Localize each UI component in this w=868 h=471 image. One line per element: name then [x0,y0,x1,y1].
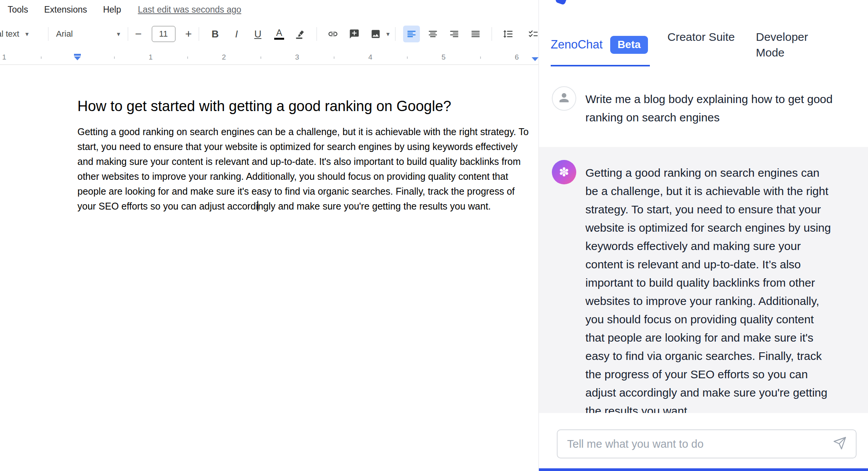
chat-input-container [557,429,857,458]
ruler-tick [334,56,334,59]
textcortex-logo-icon [555,0,567,5]
toolbar-divider [199,27,199,41]
insert-link-button[interactable] [325,26,341,42]
justify-button[interactable] [467,26,484,42]
align-right-icon [449,29,460,39]
text-color-button[interactable]: A [271,26,288,42]
zeno-flower-icon: ✽ [559,165,569,179]
menu-item-extensions[interactable]: Extensions [44,5,87,15]
ruler-number: 2 [222,53,226,61]
document-title[interactable]: How to get started with getting a good r… [77,98,451,115]
ruler-number: 5 [442,53,446,61]
image-icon [370,29,381,39]
beta-badge: Beta [610,36,648,54]
ruler-number: 1 [2,53,6,61]
menu-item-tools[interactable]: Tools [8,5,28,15]
toolbar-divider [128,27,128,41]
link-icon [328,29,338,39]
paragraph-style-label: Normal text [0,29,19,39]
ai-message: Getting a good ranking on search engines… [585,164,833,413]
add-comment-button[interactable] [346,26,363,42]
tab-zenochat[interactable]: ZenoChat Beta [551,36,648,54]
left-indent-marker[interactable] [74,54,81,60]
font-size-increase-button[interactable]: + [184,28,194,40]
ai-response-block: ✽ Getting a good ranking on search engin… [539,147,868,413]
document-body[interactable]: Getting a good ranking on search engines… [77,124,529,214]
italic-button[interactable]: I [228,26,245,42]
zenochat-panel: ZenoChat Beta Creator Suite Developer Mo… [538,0,868,471]
text-color-swatch [274,38,284,40]
paragraph-style-selector[interactable]: Normal text ▾ [0,26,43,42]
checklist-icon [528,29,538,39]
ruler: 1 1 2 3 4 5 6 [0,49,538,65]
highlighter-icon [295,29,306,39]
screen: Tools Extensions Help Last edit was seco… [0,0,868,471]
font-size-value[interactable]: 11 [152,26,175,42]
tab-developer-mode[interactable]: Developer Mode [756,29,825,60]
align-left-button[interactable] [403,26,420,42]
user-message: Write me a blog body explaining how to g… [585,90,845,127]
left-indent-triangle-icon [74,56,81,60]
ruler-tick [480,56,481,59]
menu-item-help[interactable]: Help [103,5,121,15]
ruler-tick [187,56,188,59]
checklist-button[interactable] [525,26,538,42]
first-line-indent-marker[interactable] [74,54,81,56]
ruler-number: 1 [149,53,153,61]
add-comment-icon [349,29,360,39]
user-avatar [552,86,576,111]
active-tab-underline [551,65,650,66]
bold-button[interactable]: B [207,26,223,42]
toolbar-divider [395,27,395,41]
document-page[interactable]: How to get started with getting a good r… [0,65,538,471]
toolbar-divider [492,27,492,41]
ruler-tick [41,56,42,59]
person-icon [557,91,571,106]
justify-icon [470,29,481,39]
toolbar: Normal text ▾ Arial ▾ − 11 + B I U A [0,19,538,49]
line-spacing-button[interactable] [500,26,516,42]
font-family-label: Arial [56,29,73,39]
send-icon [833,436,847,452]
ruler-number: 3 [295,53,299,61]
body-text-before-cursor: Getting a good ranking on search engines… [77,126,529,211]
zeno-avatar: ✽ [552,160,576,184]
line-spacing-icon [503,29,513,39]
body-text-after-cursor: ngly and make sure you're getting the re… [258,201,491,211]
chevron-down-icon: ▾ [25,31,29,37]
ruler-tick [114,56,115,59]
image-dropdown-caret-icon[interactable]: ▾ [386,31,390,37]
toolbar-divider [317,27,317,41]
menubar: Tools Extensions Help Last edit was seco… [0,0,538,19]
chevron-down-icon: ▾ [117,31,120,37]
toolbar-divider [48,27,48,41]
google-docs-area: Tools Extensions Help Last edit was seco… [0,0,538,471]
highlight-color-button[interactable] [292,26,309,42]
last-edit-link[interactable]: Last edit was seconds ago [138,5,241,15]
underline-button[interactable]: U [249,26,266,42]
ruler-tick [407,56,408,59]
font-family-selector[interactable]: Arial ▾ [54,26,122,42]
tab-zenochat-label: ZenoChat [551,38,603,52]
ruler-number: 6 [515,53,519,61]
ruler-tick [260,56,261,59]
font-size-decrease-button[interactable]: − [133,28,143,40]
align-right-button[interactable] [446,26,463,42]
insert-image-button[interactable] [367,26,384,42]
align-center-button[interactable] [424,26,441,42]
align-center-icon [428,29,438,39]
right-indent-marker[interactable] [532,56,538,61]
align-left-icon [406,29,417,39]
ruler-number: 4 [368,53,373,61]
tab-creator-suite[interactable]: Creator Suite [667,29,736,45]
send-button[interactable] [832,436,847,452]
right-indent-triangle-icon [532,57,538,61]
chat-input[interactable] [558,430,856,458]
panel-footer-bar [539,468,868,471]
